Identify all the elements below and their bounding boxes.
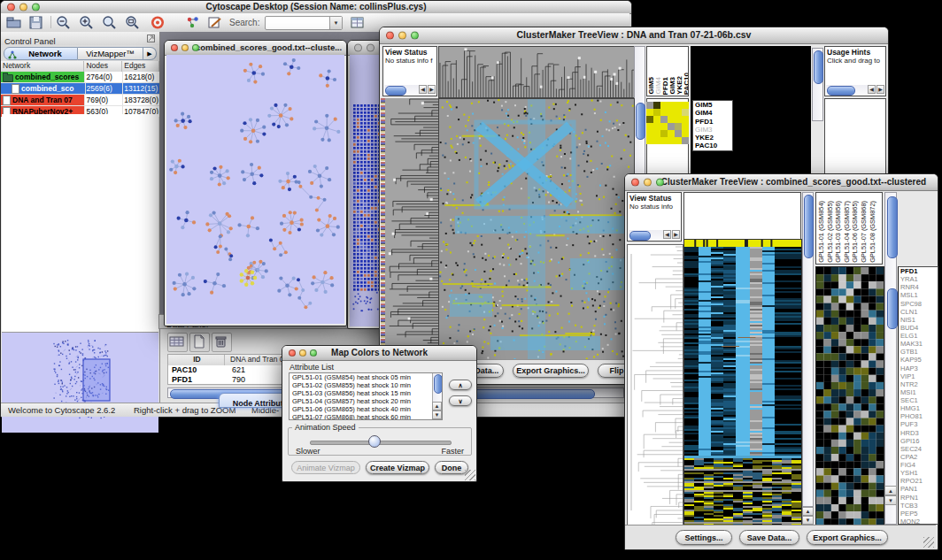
close-button[interactable] — [289, 349, 296, 357]
zoom-out-icon[interactable] — [56, 15, 72, 30]
tv2-vscrollbar[interactable] — [802, 192, 814, 507]
tv2-row-dendrogram[interactable] — [627, 244, 683, 525]
speed-slider-thumb[interactable] — [368, 435, 381, 448]
vizmap-icon[interactable] — [185, 15, 201, 30]
zoom-selected-region-icon[interactable] — [125, 15, 141, 30]
zoom-button[interactable] — [192, 44, 199, 51]
network-row[interactable]: DNA and Tran 07769(0)183728(0) — [1, 95, 159, 106]
minimize-button[interactable] — [398, 32, 406, 40]
network-canvas[interactable] — [166, 55, 344, 324]
tv2-gene-labels[interactable]: PFD1YRA1RNR4MSL1SPC98CLN1NIS1BUD4ELG1MAK… — [898, 266, 938, 525]
tv2-column-tree-area[interactable] — [683, 192, 801, 240]
tv2-heatmap-canvas[interactable] — [683, 239, 802, 526]
close-button[interactable] — [7, 4, 15, 12]
open-session-icon[interactable] — [6, 15, 22, 30]
scroll-up-icon[interactable]: ▲ — [802, 507, 814, 516]
tv1-row-dendrogram[interactable] — [385, 98, 438, 359]
attribute-list[interactable]: GPL51-01 (GSM854) heat shock 05 minGPL51… — [289, 372, 443, 420]
close-button[interactable] — [354, 44, 362, 52]
gene-label: MAK31 — [899, 340, 938, 348]
minimize-button[interactable] — [367, 44, 374, 52]
tv1-column-dendrogram[interactable] — [438, 46, 635, 98]
save-data-button[interactable]: Save Data... — [739, 530, 799, 545]
close-button[interactable] — [386, 32, 394, 40]
tv1-global-matrix[interactable] — [646, 102, 689, 144]
annotation-icon[interactable] — [207, 15, 223, 30]
zoom-button[interactable] — [656, 179, 664, 187]
tv1-titlebar[interactable]: ClusterMaker TreeView : DNA and Tran 07-… — [380, 27, 888, 44]
tv1-title: ClusterMaker TreeView : DNA and Tran 07-… — [517, 29, 752, 40]
scroll-up-icon[interactable]: ▲ — [432, 402, 442, 410]
scroll-right-icon[interactable]: ▶ — [672, 230, 680, 239]
birdseye-panel[interactable] — [2, 332, 158, 433]
settings-button[interactable]: Settings... — [676, 530, 732, 545]
tab-vizmapper-label: VizMapper™ — [86, 49, 135, 58]
table-mode-button[interactable] — [167, 333, 188, 352]
tab-network[interactable]: Network — [4, 47, 78, 60]
main-titlebar[interactable]: Cytoscape Desktop (Session Name: collins… — [1, 1, 631, 14]
gene-label: TCB3 — [899, 502, 938, 510]
minimize-button[interactable] — [19, 4, 27, 12]
export-graphics-button[interactable]: Export Graphics... — [807, 530, 888, 545]
create-vizmap-button[interactable]: Create Vizmap — [366, 461, 429, 474]
tv2-status-hscrollbar[interactable]: ◀ ▶ — [629, 230, 680, 240]
tv2-titlebar[interactable]: ClusterMaker TreeView : combined_scores_… — [625, 174, 938, 191]
move-up-button[interactable]: ∧ — [449, 380, 472, 390]
export-graphics-button[interactable]: Export Graphics... — [513, 364, 589, 378]
scroll-down-icon[interactable]: ▼ — [432, 410, 442, 419]
tv2-right-vscrollbar[interactable] — [884, 192, 897, 525]
tv1-gene-labels[interactable]: GIM5GIM4PFD1GIM3YKE2PAC10 — [692, 100, 733, 151]
table-icon — [168, 334, 185, 349]
tab-vizmapper[interactable]: VizMapper™ — [78, 47, 143, 60]
scroll-up-icon[interactable]: ▲ — [884, 486, 897, 495]
float-panel-icon[interactable] — [147, 35, 155, 42]
dialog-titlebar[interactable]: Map Colors to Network — [282, 346, 476, 361]
tv1-status-hscrollbar[interactable]: ◀ ▶ — [384, 85, 436, 95]
new-document-button[interactable] — [189, 333, 210, 352]
attribute-item[interactable]: GPL51-07 (GSM868) heat shock 60 min — [290, 414, 431, 420]
scroll-left-icon[interactable]: ◀ — [663, 230, 671, 239]
resize-grip[interactable] — [465, 470, 475, 480]
tv1-right-vscrollbar[interactable] — [812, 48, 823, 121]
close-button[interactable] — [171, 44, 178, 51]
gene-label: ELG1 — [899, 332, 938, 340]
scroll-down-icon[interactable]: ▼ — [802, 516, 814, 525]
delete-attribute-button[interactable] — [212, 333, 232, 352]
done-button[interactable]: Done — [435, 461, 468, 474]
network-window-titlebar[interactable]: combined_scores_good.txt--cluste... — [165, 41, 346, 56]
scroll-right-icon[interactable]: ▶ — [428, 85, 436, 94]
zoom-button[interactable] — [411, 32, 419, 40]
move-down-button[interactable]: ∨ — [449, 395, 472, 406]
birdseye-view[interactable] — [2, 333, 158, 432]
tv1-array-labels[interactable]: GIM5GIM4PFD1GIM3YKE2PAC10 — [646, 46, 689, 96]
scroll-left-icon[interactable]: ◀ — [419, 85, 427, 94]
zoom-fit-icon[interactable] — [102, 15, 118, 30]
close-button[interactable] — [631, 179, 639, 187]
zoom-in-icon[interactable] — [79, 15, 95, 30]
tab-overflow-arrow[interactable]: ▶ — [143, 47, 157, 60]
save-session-icon[interactable] — [28, 15, 44, 30]
network-list-area[interactable] — [2, 114, 158, 332]
help-lifebuoy-icon[interactable] — [150, 15, 166, 30]
tv2-title: ClusterMaker TreeView : combined_scores_… — [637, 177, 926, 187]
animate-vizmap-button[interactable]: Animate Vizmap — [291, 461, 360, 474]
tv2-zoom-view[interactable] — [815, 266, 884, 526]
network-row[interactable]: combined_sco2569(6)13112(15) — [1, 83, 159, 95]
resize-grip[interactable] — [923, 537, 934, 548]
attribute-browser-icon[interactable] — [350, 15, 366, 30]
search-combobox[interactable]: ▼ — [265, 16, 343, 30]
tv2-array-labels[interactable]: GPL51-01 (GSM854)GPL51-02 (GSM855)GPL51-… — [815, 192, 883, 265]
zoom-button[interactable] — [310, 349, 317, 357]
minimize-button[interactable] — [181, 44, 189, 51]
speed-slider-track[interactable] — [310, 441, 452, 445]
search-dropdown-icon[interactable]: ▼ — [329, 17, 342, 29]
tv1-hints-hscrollbar[interactable]: ◀ ▶ — [826, 85, 884, 95]
zoom-button[interactable] — [32, 4, 40, 12]
minimize-button[interactable] — [299, 349, 306, 357]
minimize-button[interactable] — [644, 179, 652, 187]
scroll-right-icon[interactable]: ▶ — [876, 85, 884, 94]
network-row[interactable]: combined_scores2764(0)16218(0) — [1, 72, 159, 83]
tv1-heatmap-canvas[interactable] — [438, 98, 635, 361]
scroll-down-icon[interactable]: ▼ — [884, 495, 897, 505]
scroll-left-icon[interactable]: ◀ — [868, 85, 876, 94]
